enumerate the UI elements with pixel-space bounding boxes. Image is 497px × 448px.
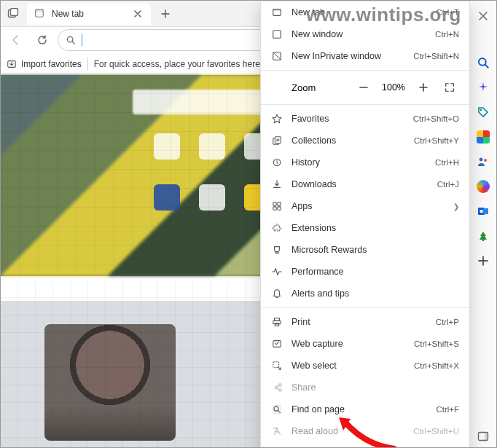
menu-collections[interactable]: Collections Ctrl+Shift+Y (261, 130, 469, 152)
menu-performance[interactable]: Performance (261, 261, 469, 283)
menu-separator (261, 70, 469, 71)
sidebar-m365-button[interactable] (472, 176, 494, 197)
sidebar-discover-button[interactable] (472, 76, 494, 98)
capture-icon (271, 338, 283, 350)
star-icon (271, 113, 283, 125)
zoom-value: 100% (380, 82, 407, 93)
menu-new-inprivate[interactable]: New InPrivate window Ctrl+Shift+N (261, 45, 469, 67)
sidebar-toggle-button[interactable] (472, 425, 494, 447)
back-button[interactable] (5, 29, 27, 51)
inprivate-icon (271, 50, 283, 62)
menu-shortcut: Ctrl+Shift+O (413, 114, 459, 123)
menu-web-select[interactable]: Web select Ctrl+Shift+X (261, 355, 469, 377)
share-icon (271, 382, 283, 393)
download-icon (271, 178, 283, 190)
menu-label: Find on page (291, 404, 427, 414)
sidebar-add-button[interactable] (472, 250, 494, 272)
settings-and-more-menu: New tab Ctrl+T New window Ctrl+N New InP… (260, 1, 470, 448)
sidebar-close-button[interactable] (472, 5, 494, 27)
search-icon (477, 56, 490, 69)
menu-downloads[interactable]: Downloads Ctrl+J (261, 173, 469, 195)
zoom-in-button[interactable] (414, 78, 433, 97)
print-icon (271, 316, 283, 328)
svg-rect-14 (483, 208, 488, 214)
menu-shortcut: Ctrl+P (436, 318, 459, 326)
menu-label: Share (291, 382, 459, 393)
sparkle-plus-icon (477, 82, 489, 93)
menu-favorites[interactable]: Favorites Ctrl+Shift+O (261, 108, 469, 130)
menu-extensions[interactable]: Extensions (261, 217, 469, 239)
menu-shortcut: Ctrl+H (435, 158, 459, 167)
menu-shortcut: Ctrl+Shift+Y (414, 136, 459, 145)
tab-title: New tab (52, 9, 132, 19)
extensions-icon (271, 222, 283, 234)
address-caret (82, 34, 82, 46)
tag-icon (477, 106, 489, 118)
menu-label: Alerts and tips (291, 288, 459, 299)
minus-icon (359, 83, 368, 92)
menu-apps[interactable]: Apps ❯ (261, 195, 469, 217)
zoom-label: Zoom (271, 82, 347, 93)
svg-point-12 (484, 159, 487, 162)
favbar-divider (87, 58, 88, 71)
zoom-out-button[interactable] (354, 78, 373, 97)
plus-icon (419, 83, 428, 92)
sidebar-search-button[interactable] (472, 52, 494, 74)
fullscreen-button[interactable] (440, 78, 459, 97)
menu-label: Favorites (291, 114, 404, 124)
svg-rect-16 (482, 240, 484, 241)
sidebar-shopping-button[interactable] (472, 101, 494, 123)
sidebar-efficiency-button[interactable] (472, 225, 494, 247)
menu-label: New window (291, 29, 426, 39)
close-icon (479, 12, 488, 20)
menu-print[interactable]: Print Ctrl+P (261, 311, 469, 333)
new-window-icon (271, 28, 283, 40)
outlook-icon (477, 205, 489, 217)
menu-label: Print (291, 317, 427, 327)
menu-shortcut: Ctrl+Shift+S (414, 339, 459, 348)
svg-rect-28 (273, 207, 276, 210)
watermark-text: www.wintips.org (306, 4, 461, 26)
menu-shortcut: Ctrl+Shift+U (413, 427, 459, 436)
refresh-icon (36, 34, 48, 46)
menu-label: Extensions (291, 223, 459, 233)
annotation-arrow-icon (336, 416, 402, 448)
svg-rect-26 (273, 203, 276, 205)
menu-shortcut: Ctrl+F (436, 405, 459, 414)
people-icon (477, 155, 490, 168)
menu-new-window[interactable]: New window Ctrl+N (261, 23, 469, 45)
pulse-icon (271, 266, 283, 278)
sidebar-outlook-button[interactable] (472, 200, 494, 222)
menu-alerts[interactable]: Alerts and tips (261, 283, 469, 304)
menu-label: Microsoft Rewards (291, 245, 459, 255)
sidebar-games-button[interactable] (472, 151, 494, 173)
svg-rect-18 (485, 433, 488, 441)
svg-rect-20 (273, 9, 281, 12)
menu-label: New InPrivate window (291, 51, 404, 61)
menu-web-capture[interactable]: Web capture Ctrl+Shift+S (261, 333, 469, 355)
select-icon (271, 360, 283, 372)
plus-icon (478, 256, 488, 266)
new-tab-button[interactable] (155, 4, 176, 24)
tab-close-button[interactable] (132, 8, 144, 20)
tab-actions-icon (7, 8, 19, 20)
menu-history[interactable]: History Ctrl+H (261, 152, 469, 173)
tab-actions-button[interactable] (4, 4, 23, 23)
sidebar-tools-button[interactable] (472, 126, 494, 148)
menu-shortcut: Ctrl+J (437, 180, 459, 189)
menu-label: Collections (291, 135, 405, 146)
tab-new-tab[interactable]: New tab (27, 3, 151, 25)
menu-label: Apps (291, 201, 445, 211)
grid-colorful-icon (477, 130, 490, 144)
m365-ring-icon (477, 180, 490, 193)
svg-point-11 (479, 158, 482, 162)
menu-microsoft-rewards[interactable]: Microsoft Rewards (261, 239, 469, 261)
menu-label: Web select (291, 361, 405, 371)
menu-shortcut: Ctrl+Shift+X (414, 361, 459, 370)
collections-icon (271, 135, 283, 146)
import-favorites-button[interactable]: Import favorites (7, 59, 82, 69)
plus-icon (161, 9, 170, 18)
refresh-button[interactable] (31, 29, 53, 51)
svg-rect-29 (278, 207, 281, 210)
import-favorites-label: Import favorites (21, 59, 82, 69)
